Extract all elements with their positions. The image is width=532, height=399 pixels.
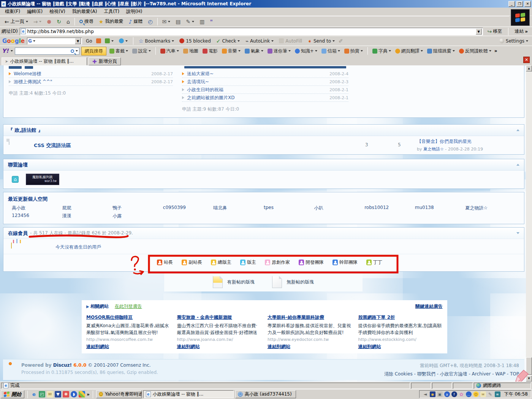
page-button[interactable]: ▥ [197,18,207,25]
go-button[interactable]: ↪移至 [485,28,505,35]
scroll-down-button[interactable]: ▼ [526,375,532,382]
history-button[interactable]: ◴ [146,18,155,25]
tray-f-icon[interactable]: f [451,391,457,397]
refresh-button[interactable]: ↻ [54,18,63,25]
mail-tray-icon[interactable]: ✉ [480,391,486,397]
quicklaunch-overflow-chevron[interactable]: » [87,392,90,397]
ad-visit-link[interactable]: 連結到網站 [358,344,381,350]
forward-button[interactable]: → [31,18,44,25]
address-dropdown-button[interactable]: ▼ [476,28,482,35]
space-user-link[interactable]: mu0138 [415,205,466,211]
yahoo-web-search-button[interactable]: 網頁搜尋 [81,47,106,55]
quicklaunch-desktop-icon[interactable]: ◰ [39,391,45,397]
usergroup-label[interactable]: 開發團隊 [306,259,324,266]
volume-icon[interactable]: ◄ [423,391,428,397]
home-link-icon[interactable]: ⌂ [12,176,19,183]
yahoo-search-input[interactable] [15,48,79,55]
section-title[interactable]: 在線會員 [8,230,28,237]
space-user-link[interactable]: 屁屁 [62,205,113,211]
menu-view[interactable]: 檢視(V) [46,8,69,16]
collapse-icon[interactable] [516,232,519,234]
task-msn-chat[interactable]: ☺高小政 (asd7374415) [235,390,296,398]
yahoo-cars-button[interactable]: 汽車 [159,47,180,55]
yahoo-overflow-chevron[interactable]: » [494,48,497,54]
yahoo-weather-button[interactable]: 氣象 [244,47,264,55]
space-user-link[interactable]: 夏之物語☆ [465,205,516,211]
google-news-icon[interactable] [96,38,101,43]
ime-icon[interactable]: ≡ [495,391,500,397]
discuz-link[interactable]: Discuz! [53,363,72,368]
print-button[interactable]: ▤ [173,18,183,25]
usergroup-label[interactable]: 幹部團隊 [339,259,358,266]
start-button[interactable]: 開始 [1,390,24,398]
usergroup-label[interactable]: 副站長 [188,259,202,266]
scrollbar-thumb[interactable] [526,357,532,375]
space-user-link[interactable]: c0950399 [163,205,214,211]
menu-edit[interactable]: 編輯(E) [24,8,46,16]
mail-button[interactable]: ✉ [160,18,173,25]
google-search-input[interactable]: G▼ [27,38,82,44]
ad-title-link[interactable]: 喬安旅遊 - 金典中國新遊蹤 [177,315,232,320]
ad-title-link[interactable]: MOSOR馬仕得咖啡豆 [86,315,133,320]
space-user-link[interactable]: tpes [264,205,314,211]
yahoo-bookmarks-button[interactable]: 書籤 [108,47,129,55]
new-tab-button[interactable]: ✚新增分頁 [89,57,121,65]
collapse-icon[interactable] [516,129,519,131]
quicklaunch-app-icon[interactable]: ❋ [63,391,69,397]
usergroup-label[interactable]: 丁丁 [373,259,382,266]
yahoo-popup-blocker-button[interactable]: 阻擋跳窗 [426,47,456,55]
google-search-dropdown[interactable]: ▼ [75,38,81,44]
menu-tools[interactable]: 工具(T) [100,8,123,16]
last-post-user-link[interactable]: 夏之物語☆ [423,147,444,152]
task-yahoo-messenger[interactable]: ☺Yahoo!奇摩即時通 [96,390,142,398]
ad-title-link[interactable]: 大學眼科-給你專業眼科診療 [268,315,324,320]
home-button[interactable]: ⌂ [64,18,72,25]
yahoo-maps-button[interactable]: 地圖 [182,47,200,55]
edit-button[interactable]: ✎ [184,18,197,25]
yahoo-minipen-button[interactable]: 迷你筆 [266,47,292,55]
space-user-link[interactable]: 高小政 [12,205,62,211]
yahoo-logo[interactable]: Y! [2,48,9,54]
quicklaunch-media-icon[interactable]: ▼ [55,391,61,397]
yahoo-translate-button[interactable]: 網頁翻譯 [394,47,424,55]
topic-link[interactable]: Welome游標 [14,71,41,77]
vertical-scrollbar[interactable]: ▲ ▼ [526,65,532,382]
menu-favorites[interactable]: 我的最愛(A) [69,8,101,16]
ad-visit-link[interactable]: 連結到網站 [268,344,290,350]
network-icon[interactable]: ▣ [437,391,443,397]
ad-visit-link[interactable]: 連結到網站 [177,344,200,350]
tab-close-button[interactable]: ✕ [523,57,530,63]
google-orkut-button[interactable] [117,38,129,44]
back-button[interactable]: ←上一頁 [2,17,30,26]
yahoo-knowledge-button[interactable]: 知識+ [294,47,318,55]
yahoo-dictionary-button[interactable]: 字典 [371,47,392,55]
google-bookmarks-button[interactable]: ☆Bookmarks [137,38,176,44]
wireless-icon[interactable]: ◉ [430,391,435,397]
pen-tray-icon[interactable]: ✎ [488,391,493,397]
ad-visit-link[interactable]: 連結到網站 [86,344,109,350]
space-user-link[interactable]: 鴨子 [112,205,163,211]
yahoo-music-button[interactable]: 音樂 [221,47,242,55]
google-puzzle-button[interactable] [103,38,115,44]
google-settings-button[interactable]: Settings [498,38,530,44]
google-go-button[interactable]: Go [84,38,94,44]
favorites-button[interactable]: ★我的最愛 [97,17,126,26]
stop-button[interactable]: ⊗ [44,18,54,25]
media-button[interactable]: ♪媒體 [126,17,145,26]
google-autofill-button[interactable]: AutoFill [277,38,304,44]
collapse-icon[interactable] [516,164,519,166]
yahoo-auction-button[interactable]: 拍賣 [343,47,364,55]
space-user-link[interactable]: robs10012 [364,205,415,211]
ad-title-link[interactable]: 股票網路下單 2折 [358,315,395,320]
yahoo-settings-button[interactable]: 設定 [131,47,152,55]
topic-link[interactable]: 去清境玩~ [187,79,209,85]
scroll-up-button[interactable]: ▲ [526,65,532,71]
menu-file[interactable]: 檔案(F) [2,8,24,16]
topic-link[interactable]: 之前網站被抓的圖片XD [187,95,234,101]
restore-button[interactable]: ❐ [516,1,523,7]
close-button[interactable]: ✕ [524,1,531,7]
space-user-link[interactable]: 小露 [112,213,163,219]
google-sendto-button[interactable]: ➧Send to [306,38,336,44]
topic-link[interactable]: 游標上傳測試 ^^" [14,79,52,85]
keyword-ads-link[interactable]: 關鍵連結廣告 [415,303,443,310]
